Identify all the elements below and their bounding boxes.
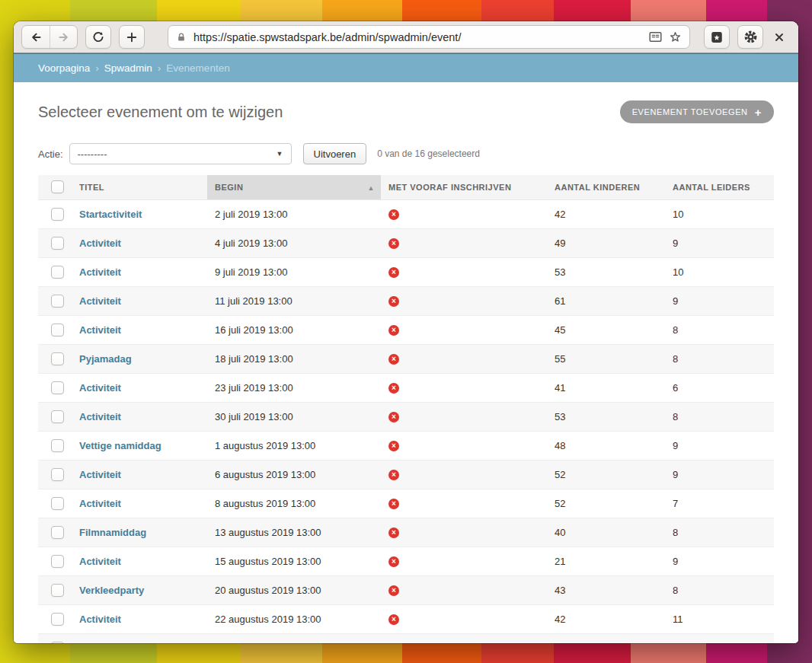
add-event-label: EVENEMENT TOEVOEGEN bbox=[632, 107, 748, 116]
reload-button[interactable] bbox=[85, 25, 111, 49]
event-title-link[interactable]: Activiteit bbox=[79, 469, 121, 480]
row-checkbox[interactable] bbox=[51, 237, 64, 250]
event-title-link[interactable]: Activiteit bbox=[79, 614, 121, 625]
row-checkbox[interactable] bbox=[51, 410, 64, 423]
event-title-link[interactable]: Pyjamadag bbox=[79, 353, 132, 365]
select-all-checkbox[interactable] bbox=[51, 180, 64, 193]
bookmarks-library-button[interactable] bbox=[704, 25, 730, 49]
forward-arrow-icon bbox=[58, 31, 70, 43]
column-header-inschrijven: MET VOORAF INSCHRIJVEN bbox=[381, 175, 553, 199]
table-row-partial bbox=[38, 633, 774, 643]
column-header-titel[interactable]: TITEL bbox=[76, 175, 207, 199]
event-begin: 20 augustus 2019 13:00 bbox=[207, 575, 381, 604]
row-checkbox[interactable] bbox=[51, 439, 64, 452]
url-bar[interactable]: https://spatie.spwstadspark.be/admin/spw… bbox=[168, 25, 690, 49]
boolean-false-icon: × bbox=[388, 267, 399, 278]
row-checkbox[interactable] bbox=[51, 324, 64, 336]
event-title-link[interactable]: Filmnamiddag bbox=[79, 527, 146, 538]
back-button[interactable] bbox=[22, 26, 50, 48]
row-checkbox[interactable] bbox=[51, 642, 64, 643]
event-begin: 4 juli 2019 13:00 bbox=[207, 228, 381, 257]
column-header-begin[interactable]: BEGIN▲ bbox=[207, 175, 381, 199]
event-title-link[interactable]: Vettige namiddag bbox=[79, 440, 161, 451]
event-inschrijven: × bbox=[381, 286, 553, 315]
boolean-false-icon: × bbox=[388, 614, 399, 625]
event-title-link[interactable]: Verkleedparty bbox=[79, 585, 144, 596]
reader-mode-icon[interactable] bbox=[649, 31, 662, 43]
breadcrumb: Voorpagina › Spwadmin › Evenementen bbox=[14, 53, 798, 82]
event-title-link[interactable]: Activiteit bbox=[79, 295, 121, 307]
boolean-false-icon: × bbox=[388, 556, 399, 567]
row-checkbox[interactable] bbox=[51, 584, 64, 597]
row-checkbox[interactable] bbox=[51, 613, 64, 626]
event-inschrijven: × bbox=[381, 431, 553, 460]
event-table-body: Startactiviteit2 juli 2019 13:00×4210Act… bbox=[38, 199, 774, 643]
selection-counter: 0 van de 16 geselecteerd bbox=[377, 148, 480, 159]
event-title-link[interactable]: Startactiviteit bbox=[79, 209, 142, 220]
aantal-kinderen: 61 bbox=[553, 286, 671, 315]
event-title-link[interactable]: Activiteit bbox=[79, 498, 121, 509]
aantal-kinderen: 21 bbox=[553, 547, 671, 575]
event-inschrijven: × bbox=[381, 460, 553, 489]
event-begin: 18 juli 2019 13:00 bbox=[207, 344, 381, 373]
row-checkbox[interactable] bbox=[51, 208, 64, 221]
url-text[interactable]: https://spatie.spwstadspark.be/admin/spw… bbox=[193, 31, 642, 43]
row-checkbox[interactable] bbox=[51, 295, 64, 308]
row-checkbox[interactable] bbox=[51, 381, 64, 394]
breadcrumb-app-link[interactable]: Spwadmin bbox=[104, 62, 152, 74]
event-begin: 30 juli 2019 13:00 bbox=[207, 402, 381, 431]
row-checkbox[interactable] bbox=[51, 352, 64, 365]
row-checkbox[interactable] bbox=[51, 266, 64, 279]
close-window-button[interactable] bbox=[768, 26, 791, 49]
bookmark-star-icon[interactable] bbox=[669, 30, 682, 43]
run-action-button[interactable]: Uitvoeren bbox=[303, 143, 367, 164]
aantal-leiders: 8 bbox=[671, 315, 774, 344]
aantal-leiders: 7 bbox=[671, 489, 774, 518]
table-row: Activiteit15 augustus 2019 13:00×219 bbox=[38, 547, 774, 575]
aantal-leiders: 10 bbox=[671, 257, 774, 286]
add-event-button[interactable]: EVENEMENT TOEVOEGEN + bbox=[620, 100, 774, 123]
aantal-kinderen: 41 bbox=[553, 373, 671, 402]
boolean-false-icon: × bbox=[388, 528, 399, 538]
forward-button[interactable] bbox=[50, 26, 77, 48]
boolean-false-icon: × bbox=[388, 499, 399, 509]
event-begin: 2 juli 2019 13:00 bbox=[207, 199, 381, 228]
aantal-leiders: 8 bbox=[671, 518, 774, 547]
event-title-link[interactable]: Activiteit bbox=[79, 266, 121, 278]
action-select[interactable]: --------- ▼ bbox=[69, 143, 292, 164]
event-title-link[interactable]: Activiteit bbox=[79, 411, 121, 422]
aantal-leiders: 9 bbox=[671, 460, 774, 489]
row-checkbox[interactable] bbox=[51, 526, 64, 539]
event-title-link[interactable]: Activiteit bbox=[79, 556, 121, 567]
aantal-kinderen: 42 bbox=[553, 604, 671, 633]
browser-toolbar: https://spatie.spwstadspark.be/admin/spw… bbox=[14, 21, 798, 53]
aantal-leiders: 6 bbox=[671, 373, 774, 402]
lock-icon[interactable] bbox=[176, 32, 187, 43]
boolean-false-icon: × bbox=[388, 296, 399, 307]
event-begin: 16 juli 2019 13:00 bbox=[207, 315, 381, 344]
aantal-leiders: 8 bbox=[671, 344, 774, 373]
event-begin: 6 augustus 2019 13:00 bbox=[207, 460, 381, 489]
settings-button[interactable] bbox=[737, 25, 763, 49]
event-inschrijven bbox=[381, 633, 553, 643]
aantal-leiders: 9 bbox=[671, 228, 774, 257]
event-title-link[interactable]: Activiteit bbox=[79, 382, 121, 394]
event-inschrijven: × bbox=[381, 575, 553, 604]
event-title-link[interactable]: Activiteit bbox=[79, 324, 121, 336]
event-title-link[interactable]: Activiteit bbox=[79, 237, 121, 249]
table-row: Verkleedparty20 augustus 2019 13:00×438 bbox=[38, 575, 774, 604]
row-checkbox[interactable] bbox=[51, 497, 64, 510]
event-inschrijven: × bbox=[381, 257, 553, 286]
aantal-kinderen bbox=[553, 633, 671, 643]
event-begin: 8 augustus 2019 13:00 bbox=[207, 489, 381, 518]
aantal-kinderen: 53 bbox=[553, 257, 671, 286]
reload-icon bbox=[92, 31, 104, 43]
row-checkbox[interactable] bbox=[51, 468, 64, 481]
boolean-false-icon: × bbox=[388, 325, 399, 336]
table-row: Activiteit16 juli 2019 13:00×458 bbox=[38, 315, 774, 344]
new-tab-button[interactable] bbox=[119, 25, 145, 49]
table-row: Activiteit30 juli 2019 13:00×538 bbox=[38, 402, 774, 431]
event-begin: 23 juli 2019 13:00 bbox=[207, 373, 381, 402]
row-checkbox[interactable] bbox=[51, 555, 64, 568]
breadcrumb-home-link[interactable]: Voorpagina bbox=[38, 62, 90, 74]
